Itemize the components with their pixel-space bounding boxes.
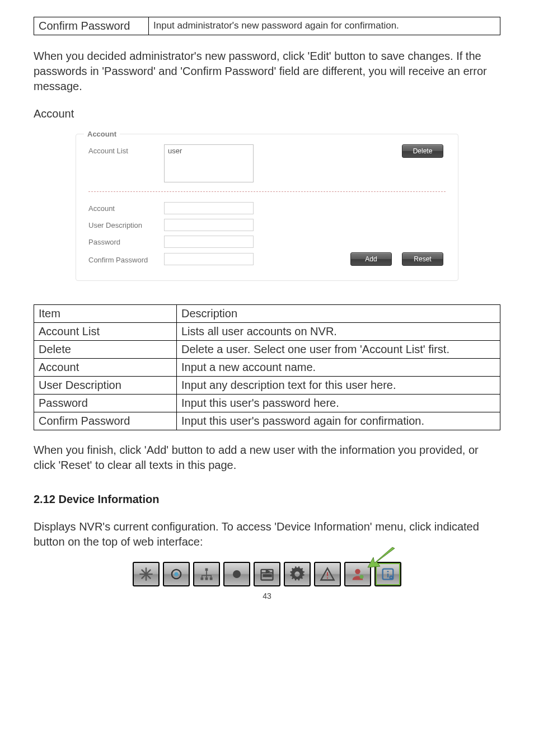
table-row: Account Input a new account name. [34, 359, 500, 377]
svg-point-24 [387, 571, 389, 572]
paragraph-device-info: Displays NVR's current configuration. To… [34, 519, 500, 550]
svg-rect-9 [205, 577, 208, 580]
svg-point-26 [390, 576, 393, 579]
confirm-password-input[interactable] [164, 253, 254, 265]
svg-point-22 [360, 575, 364, 579]
table-row: User Description Input any description t… [34, 377, 500, 395]
password-label: Password [88, 236, 164, 247]
account-fieldset-screenshot: Account Account List user Delete Account… [34, 128, 500, 291]
page-number: 43 [34, 591, 500, 602]
account-input[interactable] [164, 202, 254, 214]
toolbar-calendar-icon[interactable] [254, 562, 280, 586]
account-label: Account [88, 202, 164, 214]
toolbar-gear-icon[interactable] [284, 562, 311, 586]
section-heading-device-information: 2.12 Device Information [34, 492, 500, 507]
svg-point-20 [327, 577, 328, 579]
svg-marker-0 [368, 547, 395, 567]
user-description-input[interactable] [164, 219, 254, 231]
header-description: Description [177, 305, 500, 323]
svg-point-21 [355, 569, 360, 574]
account-subheading: Account [34, 106, 500, 121]
mini-table-col1: Confirm Password [34, 17, 149, 35]
description-table: Item Description Account List Lists all … [34, 304, 500, 430]
table-row: Delete Delete a user. Select one user fr… [34, 341, 500, 359]
paragraph-add-explain: When you finish, click 'Add' button to a… [34, 443, 500, 473]
header-item: Item [34, 305, 177, 323]
svg-rect-15 [266, 575, 269, 576]
svg-point-11 [233, 570, 241, 578]
toolbar-illustration [34, 562, 500, 586]
toolbar-snowflake-icon[interactable] [133, 562, 160, 586]
table-row: Password Input this user's password here… [34, 395, 500, 412]
arrow-indicator-icon [363, 545, 397, 570]
fieldset-legend: Account [84, 129, 120, 139]
toolbar-warning-icon[interactable] [314, 562, 341, 586]
table-row: Account List Lists all user accounts on … [34, 323, 500, 341]
svg-rect-16 [269, 575, 271, 576]
password-input[interactable] [164, 236, 254, 248]
table-row: Confirm Password Input this user's passw… [34, 412, 500, 430]
mini-table-col2: Input administrator's new password again… [149, 17, 500, 35]
reset-button[interactable]: Reset [402, 252, 443, 266]
add-button[interactable]: Add [350, 252, 392, 266]
svg-rect-7 [205, 569, 208, 571]
table-header-row: Item Description [34, 305, 500, 323]
delete-button[interactable]: Delete [402, 144, 443, 158]
list-item[interactable]: user [165, 145, 253, 157]
toolbar-dot-icon[interactable] [223, 562, 250, 586]
svg-rect-10 [210, 577, 213, 580]
toolbar-record-icon[interactable] [163, 562, 190, 586]
confirm-password-mini-table: Confirm Password Input administrator's n… [34, 17, 500, 35]
paragraph-edit-explain: When you decided administrator's new pas… [34, 49, 500, 94]
account-listbox[interactable]: user [164, 144, 254, 182]
account-list-label: Account List [88, 144, 164, 156]
svg-rect-8 [201, 577, 204, 580]
divider [88, 191, 446, 192]
confirm-password-label: Confirm Password [88, 253, 164, 265]
svg-point-6 [175, 572, 179, 576]
user-description-label: User Description [88, 219, 164, 231]
svg-marker-17 [266, 570, 269, 573]
svg-rect-14 [264, 575, 266, 576]
toolbar-network-icon[interactable] [193, 562, 220, 586]
